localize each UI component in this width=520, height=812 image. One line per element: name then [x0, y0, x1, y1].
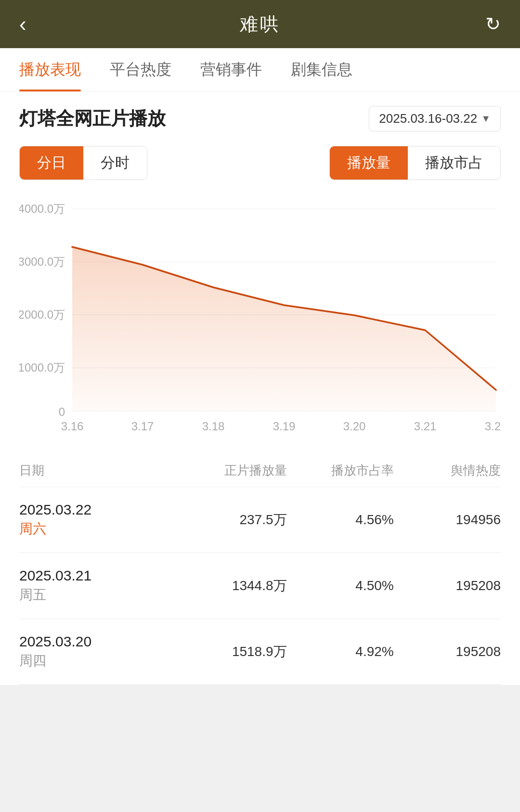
date-main-2: 2025.03.21 — [19, 567, 180, 584]
playback-volume-button[interactable]: 播放量 — [330, 146, 408, 180]
y-label-2000: 2000.0万 — [19, 308, 65, 321]
td-share-2: 4.50% — [287, 578, 394, 593]
td-share-3: 4.92% — [287, 644, 394, 659]
dropdown-arrow-icon: ▼ — [481, 113, 491, 124]
y-label-4000: 4000.0万 — [19, 202, 65, 215]
section-header: 灯塔全网正片播放 2025.03.16-03.22 ▼ — [0, 91, 520, 141]
tab-playback[interactable]: 播放表现 — [19, 48, 81, 91]
x-label-319: 3.19 — [273, 420, 296, 433]
x-label-321: 3.21 — [414, 420, 437, 433]
market-share-button[interactable]: 播放市占 — [408, 146, 500, 180]
tab-episode-info[interactable]: 剧集信息 — [291, 48, 352, 91]
td-playback-1: 237.5万 — [180, 511, 286, 529]
page-title: 难哄 — [240, 12, 280, 37]
table-row: 2025.03.21 周五 1344.8万 4.50% 195208 — [19, 553, 501, 619]
main-content: 播放表现 平台热度 营销事件 剧集信息 灯塔全网正片播放 2025.03.16-… — [0, 48, 520, 685]
td-heat-3: 195208 — [394, 644, 501, 659]
table-header: 日期 正片播放量 播放市占率 舆情热度 — [19, 454, 501, 487]
td-date-1: 2025.03.22 周六 — [19, 502, 180, 538]
section-title: 灯塔全网正片播放 — [19, 106, 166, 131]
refresh-button[interactable]: ↻ — [485, 13, 501, 35]
metric-toggle-group: 播放量 播放市占 — [329, 146, 501, 180]
date-range-button[interactable]: 2025.03.16-03.22 ▼ — [369, 106, 501, 131]
x-label-318: 3.18 — [202, 420, 225, 433]
table-row: 2025.03.20 周四 1518.9万 4.92% 195208 — [19, 619, 501, 685]
weekday-2: 周五 — [19, 586, 180, 604]
weekday-3: 周四 — [19, 652, 180, 670]
toggle-row: 分日 分时 播放量 播放市占 — [0, 141, 520, 190]
th-market-share: 播放市占率 — [287, 462, 394, 479]
y-label-0: 0 — [59, 405, 65, 418]
th-playback: 正片播放量 — [180, 462, 286, 479]
th-heat: 舆情热度 — [394, 462, 501, 479]
tab-bar: 播放表现 平台热度 营销事件 剧集信息 — [0, 48, 520, 91]
time-toggle-group: 分日 分时 — [19, 146, 147, 180]
td-playback-3: 1518.9万 — [180, 643, 286, 661]
td-date-2: 2025.03.21 周五 — [19, 567, 180, 604]
y-label-3000: 3000.0万 — [19, 255, 65, 268]
td-heat-1: 194956 — [394, 512, 501, 528]
date-main-1: 2025.03.22 — [19, 502, 180, 518]
td-date-3: 2025.03.20 周四 — [19, 633, 180, 670]
weekday-1: 周六 — [19, 520, 180, 538]
table-row: 2025.03.22 周六 237.5万 4.56% 194956 — [19, 487, 501, 553]
x-label-316: 3.16 — [61, 420, 84, 433]
th-date: 日期 — [19, 462, 180, 479]
td-playback-2: 1344.8万 — [180, 577, 286, 595]
day-toggle-button[interactable]: 分日 — [20, 146, 83, 180]
chart-area: 4000.0万 3000.0万 2000.0万 1000.0万 0 — [0, 190, 520, 454]
data-table: 日期 正片播放量 播放市占率 舆情热度 2025.03.22 周六 237.5万… — [0, 454, 520, 685]
x-label-322: 3.22 — [485, 420, 501, 433]
line-chart: 4000.0万 3000.0万 2000.0万 1000.0万 0 — [19, 194, 501, 445]
hour-toggle-button[interactable]: 分时 — [83, 146, 147, 180]
tab-marketing[interactable]: 营销事件 — [200, 48, 262, 91]
chart-area-fill — [72, 247, 496, 411]
date-range-label: 2025.03.16-03.22 — [379, 111, 477, 126]
date-main-3: 2025.03.20 — [19, 633, 180, 650]
back-button[interactable]: ‹ — [19, 13, 26, 35]
x-label-320: 3.20 — [343, 420, 366, 433]
x-label-317: 3.17 — [131, 420, 154, 433]
y-label-1000: 1000.0万 — [19, 361, 65, 374]
tab-platform-heat[interactable]: 平台热度 — [110, 48, 171, 91]
td-share-1: 4.56% — [287, 512, 394, 528]
header: ‹ 难哄 ↻ — [0, 0, 520, 48]
td-heat-2: 195208 — [394, 578, 501, 593]
